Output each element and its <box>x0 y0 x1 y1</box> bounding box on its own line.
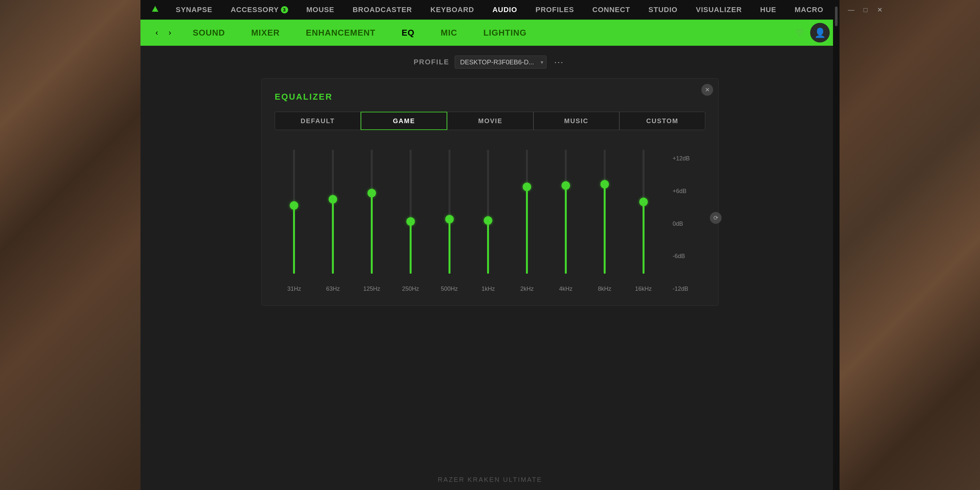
eq-title: EQUALIZER <box>275 92 705 102</box>
slider-fill-125Hz <box>371 193 373 274</box>
slider-track-4kHz[interactable] <box>565 150 567 274</box>
slider-handle-1kHz[interactable] <box>484 216 492 225</box>
slider-track-container <box>410 143 412 280</box>
minimize-button[interactable]: — <box>847 5 856 14</box>
preset-buttons: DEFAULT GAME MOVIE MUSIC CUSTOM <box>275 112 705 130</box>
eq-sliders-container: 31Hz 63Hz 125Hz 250Hz <box>275 143 705 293</box>
nav-item-broadcaster[interactable]: BROADCASTER <box>343 0 421 20</box>
scroll-thumb[interactable] <box>835 6 838 26</box>
eq-channel-63Hz: 63Hz <box>313 143 353 293</box>
slider-handle-63Hz[interactable] <box>329 195 337 204</box>
slider-track-63Hz[interactable] <box>332 150 334 274</box>
eq-channel-250Hz: 250Hz <box>391 143 430 293</box>
sec-nav-eq[interactable]: EQ <box>388 20 428 46</box>
sec-nav-lighting[interactable]: LIGHTING <box>470 20 540 46</box>
title-bar-left: SYNAPSE ACCESSORY 3 MOUSE BROADCASTER KE… <box>147 0 833 20</box>
db-label-12dB: -12dB <box>673 285 705 293</box>
slider-track-8kHz[interactable] <box>604 150 606 274</box>
db-reset-button[interactable]: ⟳ <box>710 212 722 224</box>
secondary-nav: ‹ › SOUND MIXER ENHANCEMENT EQ MIC LIGHT… <box>140 20 840 46</box>
slider-fill-4kHz <box>565 186 567 274</box>
nav-back-arrow[interactable]: ‹ <box>150 26 163 39</box>
db-label-6dB: +6dB <box>673 188 705 195</box>
slider-handle-8kHz[interactable] <box>600 180 609 188</box>
bg-left <box>0 0 140 490</box>
slider-track-container <box>332 143 334 280</box>
preset-movie[interactable]: MOVIE <box>447 112 533 130</box>
slider-track-125Hz[interactable] <box>371 150 373 274</box>
channel-label-2kHz: 2kHz <box>520 285 534 293</box>
nav-item-studio[interactable]: STUDIO <box>639 0 687 20</box>
slider-track-2kHz[interactable] <box>526 150 528 274</box>
nav-item-accessory[interactable]: ACCESSORY 3 <box>221 0 297 20</box>
nav-item-keyboard[interactable]: KEYBOARD <box>422 0 484 20</box>
nav-items: SYNAPSE ACCESSORY 3 MOUSE BROADCASTER KE… <box>167 0 833 20</box>
slider-track-container <box>526 143 528 280</box>
nav-item-hue[interactable]: HUE <box>751 0 785 20</box>
right-scrollbar[interactable] <box>833 0 840 490</box>
eq-channel-4kHz: 4kHz <box>547 143 585 293</box>
sec-nav-sound[interactable]: SOUND <box>180 20 238 46</box>
profile-select[interactable]: DESKTOP-R3F0EB6-D... <box>455 56 547 68</box>
db-label-12dB: +12dB <box>673 155 705 162</box>
close-button[interactable]: ✕ <box>875 5 885 14</box>
slider-fill-31Hz <box>293 205 295 274</box>
slider-track-31Hz[interactable] <box>293 150 295 274</box>
db-label-0dB: 0dB <box>673 221 705 228</box>
nav-item-visualizer[interactable]: VISUALIZER <box>687 0 751 20</box>
channel-label-1kHz: 1kHz <box>482 285 495 293</box>
slider-track-container <box>487 143 489 280</box>
preset-game[interactable]: GAME <box>361 112 447 130</box>
window-controls: — □ ✕ <box>847 5 885 14</box>
eq-channel-31Hz: 31Hz <box>275 143 313 293</box>
nav-item-macro[interactable]: MACRO <box>785 0 832 20</box>
slider-track-250Hz[interactable] <box>410 150 412 274</box>
preset-music[interactable]: MUSIC <box>533 112 619 130</box>
slider-fill-500Hz <box>449 219 450 274</box>
nav-item-profiles[interactable]: PROFILES <box>526 0 583 20</box>
slider-fill-8kHz <box>604 184 606 274</box>
preset-custom[interactable]: CUSTOM <box>619 112 705 130</box>
nav-item-synapse[interactable]: SYNAPSE <box>167 0 221 20</box>
slider-handle-16kHz[interactable] <box>639 197 648 206</box>
slider-handle-250Hz[interactable] <box>406 217 415 226</box>
slider-fill-16kHz <box>643 202 644 274</box>
slider-fill-2kHz <box>526 187 528 274</box>
slider-handle-2kHz[interactable] <box>523 183 531 191</box>
sec-nav-enhancement[interactable]: ENHANCEMENT <box>293 20 388 46</box>
profile-more-button[interactable]: ··· <box>552 56 566 68</box>
slider-handle-125Hz[interactable] <box>368 189 376 197</box>
slider-track-500Hz[interactable] <box>449 150 450 274</box>
sec-nav-mic[interactable]: MIC <box>428 20 470 46</box>
maximize-button[interactable]: □ <box>861 5 870 14</box>
heart-icon-area: ♡ <box>796 28 803 38</box>
user-avatar[interactable]: 👤 <box>810 23 830 43</box>
sec-nav-mixer[interactable]: MIXER <box>238 20 293 46</box>
slider-handle-500Hz[interactable] <box>445 215 454 223</box>
secondary-nav-items: SOUND MIXER ENHANCEMENT EQ MIC LIGHTING <box>180 20 796 46</box>
nav-item-audio[interactable]: AUDIO <box>483 0 526 20</box>
eq-close-button[interactable]: ✕ <box>702 84 713 96</box>
eq-channel-8kHz: 8kHz <box>585 143 624 293</box>
slider-track-container <box>371 143 373 280</box>
db-scale: +12dB+6dB0dB-6dB-12dB <box>666 155 705 293</box>
eq-sliders: 31Hz 63Hz 125Hz 250Hz <box>275 143 663 293</box>
channel-label-16kHz: 16kHz <box>635 285 652 293</box>
slider-track-16kHz[interactable] <box>643 150 644 274</box>
profile-select-wrapper: DESKTOP-R3F0EB6-D... ▾ <box>455 56 547 68</box>
main-content: PROFILE DESKTOP-R3F0EB6-D... ▾ ··· ✕ EQU… <box>140 46 840 490</box>
slider-handle-4kHz[interactable] <box>562 181 570 190</box>
slider-handle-31Hz[interactable] <box>290 201 298 210</box>
title-bar: SYNAPSE ACCESSORY 3 MOUSE BROADCASTER KE… <box>140 0 840 20</box>
slider-track-1kHz[interactable] <box>487 150 489 274</box>
user-icon: 👤 <box>815 27 826 38</box>
nav-item-mouse[interactable]: MOUSE <box>297 0 344 20</box>
nav-forward-arrow[interactable]: › <box>163 26 177 39</box>
svg-point-1 <box>154 8 156 11</box>
accessory-badge: 3 <box>281 6 288 13</box>
slider-track-container <box>293 143 295 280</box>
preset-default[interactable]: DEFAULT <box>275 112 361 130</box>
slider-track-container <box>565 143 567 280</box>
nav-item-connect[interactable]: CONNECT <box>583 0 639 20</box>
channel-label-63Hz: 63Hz <box>326 285 340 293</box>
